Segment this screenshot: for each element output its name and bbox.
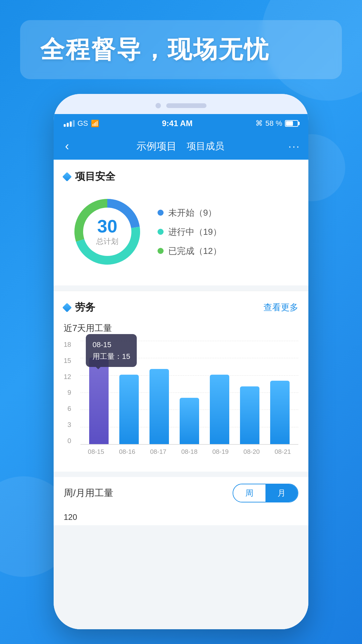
x-axis: 08-15 08-16 08-17 08-18 08-19 08-20 08-2… [80,445,298,455]
week-month-label: 周/月用工量 [64,487,113,499]
nav-title: 示例项目 [136,140,177,153]
labor-card: 劳务 查看更多 近7天用工量 18 15 12 9 6 3 0 [54,291,308,472]
bar-item-6 [270,381,290,444]
week-toggle[interactable]: 周 [233,484,265,502]
bar-3 [180,398,199,444]
status-left: GS 📶 [64,119,99,128]
bar-item-4 [210,375,229,444]
bar-6 [270,381,290,444]
x-label-2: 08-17 [150,448,167,455]
safety-title: 项目安全 [75,170,115,183]
x-label-0: 08-15 [88,448,104,455]
main-content: 项目安全 [54,160,308,629]
more-button[interactable]: ··· [288,140,300,153]
legend-label-1: 进行中（19） [168,226,222,238]
nav-title-area: 示例项目 项目成员 [79,140,282,153]
view-more-button[interactable]: 查看更多 [263,302,298,313]
legend-dot-green [158,248,164,254]
battery-percent: 58 % [265,119,282,128]
x-label-6: 08-21 [275,448,291,455]
status-bar: GS 📶 9:41 AM ⌘ 58 % [54,114,308,133]
donut-chart: 30 总计划 [70,195,144,269]
nav-bar: ‹ 示例项目 项目成员 ··· [54,133,308,160]
bar-1 [119,375,139,444]
bar-5 [240,386,259,444]
bottom-value: 120 [64,513,77,522]
bar-item-3 [180,398,199,444]
total-count: 30 [96,217,118,235]
tooltip-value: 用工量：15 [93,351,130,362]
donut-section: 30 总计划 未开始（9） 进行中（19） [64,192,298,275]
legend-dot-cyan [158,229,164,235]
y-axis: 18 15 12 9 6 3 0 [64,341,74,445]
bar-item-5 [240,386,259,444]
bar-chart: 18 15 12 9 6 3 0 [64,341,298,462]
toggle-group[interactable]: 周 月 [233,484,298,502]
banner-text: 全程督导，现场无忧 [40,34,322,66]
legend-completed: 已完成（12） [158,245,222,257]
bar-2 [149,369,169,444]
labor-title: 劳务 [75,301,95,314]
phone-top-bar [54,94,308,114]
time-display: 9:41 AM [162,119,192,128]
bar-item-2 [149,369,169,444]
battery-icon [285,120,298,127]
speaker-bar [166,103,206,108]
carrier-label: GS [77,119,88,128]
total-label: 总计划 [96,236,118,247]
labor-diamond-icon [62,303,72,312]
legend-in-progress: 进行中（19） [158,226,222,238]
bar-4 [210,375,229,444]
signal-icon [64,120,75,127]
phone-mockup: GS 📶 9:41 AM ⌘ 58 % ‹ 示例项目 项目成员 ··· [54,94,308,629]
camera-dot [156,103,161,108]
legend-label-0: 未开始（9） [168,207,217,219]
bottom-value-row: 120 [54,509,308,525]
donut-center: 30 总计划 [96,217,118,247]
back-button[interactable]: ‹ [62,136,72,157]
legend-dot-blue [158,210,164,216]
bluetooth-icon: ⌘ [255,119,263,128]
week-month-row: 周/月用工量 周 月 [54,477,308,509]
legend-list: 未开始（9） 进行中（19） 已完成（12） [158,207,222,257]
month-toggle[interactable]: 月 [265,484,298,502]
x-label-1: 08-16 [119,448,135,455]
project-safety-card: 项目安全 [54,160,308,285]
legend-not-started: 未开始（9） [158,207,222,219]
tooltip-date: 08-15 [93,339,130,351]
top-banner: 全程督导，现场无忧 [20,20,342,79]
chart-subtitle: 近7天用工量 [64,322,298,334]
x-label-3: 08-18 [181,448,198,455]
status-right: ⌘ 58 % [255,119,298,128]
chart-area: 08-15 用工量：15 [80,341,298,445]
bar-item-1 [119,375,139,444]
x-label-4: 08-19 [212,448,229,455]
x-label-5: 08-20 [243,448,260,455]
nav-subtitle[interactable]: 项目成员 [187,140,224,153]
legend-label-2: 已完成（12） [168,245,222,257]
safety-section-header: 项目安全 [64,170,298,183]
safety-diamond-icon [62,172,72,181]
bar-tooltip: 08-15 用工量：15 [86,334,137,367]
labor-section-header: 劳务 查看更多 [64,301,298,314]
wifi-icon: 📶 [91,119,99,127]
